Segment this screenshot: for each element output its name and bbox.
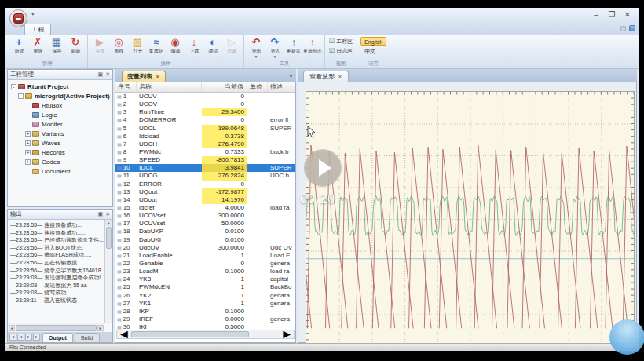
ribbon-style-icon[interactable] [620, 26, 626, 31]
scroll-thumb[interactable] [131, 331, 249, 337]
pin-icon[interactable]: ▣ [98, 210, 104, 219]
table-row[interactable]: ▤23LoadM0.1000load ra [115, 268, 295, 275]
tree-expander-icon[interactable]: + [25, 150, 31, 155]
table-row[interactable]: ▤4DOMERROR0error fl [115, 116, 295, 124]
new-button[interactable]: +新建 [9, 35, 28, 55]
table-row[interactable]: ▤9SPEED-800.7813 [115, 156, 295, 164]
tree-expander-icon[interactable]: - [11, 84, 16, 89]
maximize-button[interactable]: ❐ [604, 9, 620, 21]
scroll-right-icon[interactable]: ► [97, 325, 104, 331]
table-row[interactable]: ▤21LoadEnable1Load E [115, 252, 295, 260]
minimize-button[interactable]: – [588, 9, 604, 21]
tree-item-moniter[interactable]: Moniter [9, 119, 112, 129]
compile-button[interactable]: ◉编译 [166, 35, 185, 55]
scroll-thumb[interactable] [106, 227, 112, 249]
tab-nav-arrow-icon[interactable]: ◄ [17, 334, 24, 341]
tree-item-rtubox[interactable]: RtuBox [9, 100, 112, 110]
tab-dropdown-icon[interactable]: ▾ [290, 73, 292, 78]
waveform-plot-area[interactable] [306, 91, 635, 347]
tab-close-icon[interactable]: ✕ [338, 71, 342, 82]
tab-nav-arrow-icon[interactable]: ► [25, 334, 32, 341]
download-button[interactable]: ↓下载 [185, 35, 203, 55]
table-row[interactable]: ▤29IREF0.0000genera [115, 315, 295, 323]
tree-expander-icon[interactable]: + [25, 131, 31, 137]
table-row[interactable]: ▤5UDCL199.0648SUPER [115, 125, 295, 133]
scroll-left-icon[interactable]: ◄ [118, 327, 130, 341]
tree-item-codes[interactable]: +Codes [9, 157, 112, 166]
close-icon[interactable]: ✕ [105, 210, 110, 219]
tree-item-waves[interactable]: +Waves [9, 138, 112, 148]
tree-item-records[interactable]: +Records [9, 148, 112, 157]
quick-access-caret-icon[interactable]: ▾ [31, 11, 35, 17]
pin-icon[interactable]: ▣ [98, 70, 104, 79]
table-row[interactable]: ▤6Idcload0.3738 [115, 133, 295, 140]
tab-nav-arrow-icon[interactable]: ► [33, 334, 40, 341]
table-row[interactable]: ▤17UCUVset50.0000 [115, 220, 295, 228]
output-vertical-scrollbar[interactable]: ▲ [104, 220, 112, 323]
delete-button[interactable]: ✗删除 [28, 35, 47, 55]
tree-item-rtunit-project[interactable]: -Rtunit Project [9, 82, 112, 91]
ribbon-help-icon[interactable] [629, 25, 635, 31]
import-button[interactable]: ↷导入▼ [265, 35, 284, 59]
table-row[interactable]: ▤22Genable0genera [115, 260, 295, 268]
tab-variable-list[interactable]: 变量列表 ✕ [122, 71, 166, 82]
table-row[interactable]: ▤8PWMdc0.7333buck b [115, 148, 295, 156]
scroll-up-icon[interactable]: ▲ [105, 220, 112, 226]
refresh-button[interactable]: ↻刷新 [66, 35, 85, 55]
scroll-left-icon[interactable]: ◄ [9, 325, 15, 331]
tab-view-waveform[interactable]: 查看波形 ✕ [303, 71, 349, 82]
table-row[interactable]: ▤10IDCL3.9841SUPER [115, 164, 295, 172]
scroll-right-icon[interactable]: ► [280, 327, 293, 341]
tab-build[interactable]: Build [75, 333, 100, 342]
table-row[interactable]: ▤2UCOV0 [115, 100, 295, 108]
table-row[interactable]: ▤20UdcOV300.0000Udc OV [115, 244, 295, 252]
tab-close-icon[interactable]: ✕ [156, 71, 160, 82]
export-button[interactable]: ↶导出▼ [247, 35, 265, 59]
table-row[interactable]: ▤15idcref4.0000load ra [115, 204, 295, 212]
language-english-button[interactable]: English [360, 37, 386, 46]
language-chinese-button[interactable]: 中文 [360, 46, 386, 55]
table-row[interactable]: ▤14UDout14.1970 [115, 196, 295, 204]
table-row[interactable]: ▤26YK21genara [115, 292, 295, 300]
table-row[interactable]: ▤27YK11genara [115, 300, 295, 308]
table-row[interactable]: ▤28IKP0.1000 [115, 308, 295, 315]
table-row[interactable]: ▤7UDCH276.4790 [115, 140, 295, 148]
tree-item-variants[interactable]: +Variants [9, 129, 112, 138]
output-horizontal-scrollbar[interactable]: ◄ ► [8, 323, 104, 332]
table-row[interactable]: ▤19DabUKI0.0100 [115, 236, 295, 244]
video-play-button[interactable] [305, 150, 341, 186]
table-row[interactable]: ▤16UCOVset300.0000 [115, 212, 295, 220]
table-row[interactable]: ▤18DabUKP0.0100 [115, 228, 295, 235]
table-row[interactable]: ▤25PWMdcEN1BuckBo [115, 283, 295, 291]
tree-expander-icon[interactable]: + [25, 140, 31, 146]
scroll-thumb[interactable] [16, 325, 97, 331]
update-library-button[interactable]: ↑更新库 [284, 35, 303, 59]
tab-output[interactable]: Output [42, 333, 73, 342]
waveform-canvas[interactable] [306, 92, 634, 346]
offline-button[interactable]: ◎离线 [109, 35, 128, 55]
table-row[interactable]: ▤24YK31capital [115, 275, 295, 283]
update-config-button[interactable]: ↑更新组态 [303, 35, 322, 59]
open-button[interactable]: ▨打开 [128, 35, 147, 55]
table-row[interactable]: ▤11UDCG276.2824UDC b [115, 172, 295, 180]
tree-item-microgrid[interactable]: -microgrid(Active Project) [9, 91, 112, 100]
tab-nav-arrow-icon[interactable]: ◄ [9, 334, 16, 341]
integrate-button[interactable]: ≈集成化 [147, 35, 166, 55]
tab-project[interactable]: 工程 [24, 24, 51, 35]
app-logo-orb[interactable] [9, 9, 27, 27]
table-horizontal-scrollbar[interactable]: ◄ ► [116, 330, 295, 339]
save-button[interactable]: ▦保存 [47, 35, 66, 55]
view-toggle-log-area[interactable]: ☑日志区 [329, 47, 353, 55]
table-row[interactable]: ▤1UCUV0 [115, 93, 295, 100]
debug-button[interactable]: ◐调试 [203, 35, 222, 55]
table-row[interactable]: ▤12ERROR0 [115, 180, 295, 188]
view-toggle-project-area[interactable]: ☑工程区 [329, 38, 353, 46]
table-row[interactable]: ▤13UQout-172.9877 [115, 188, 295, 196]
tree-item-logic[interactable]: Logic [9, 110, 112, 119]
table-row[interactable]: ▤3RunTime29.3400 [115, 108, 295, 116]
tree-item-document[interactable]: Document [9, 166, 112, 176]
tree-expander-icon[interactable]: - [18, 93, 24, 99]
tree-expander-icon[interactable]: + [25, 159, 31, 165]
close-button[interactable]: ✕ [620, 9, 635, 21]
close-icon[interactable]: ✕ [105, 70, 110, 79]
